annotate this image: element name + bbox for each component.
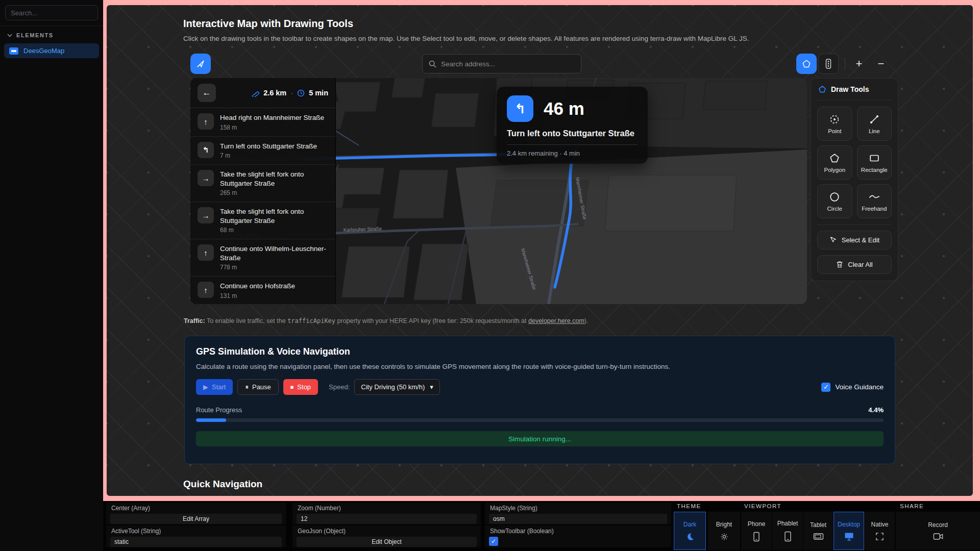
map-view[interactable]: Karlsruher Straße Karlsruher Straße Mann… [190, 78, 807, 304]
tool-label: Freehand [862, 206, 887, 212]
video-camera-icon [933, 533, 943, 540]
polygon-tool-icon [829, 153, 840, 164]
clock-icon [297, 89, 305, 97]
tool-point-button[interactable]: Point [817, 107, 852, 141]
speed-select[interactable]: City Driving (50 km/h) ▾ [354, 379, 440, 395]
address-search-input[interactable] [441, 60, 575, 68]
prop-label: MapStyle (String) [490, 505, 537, 512]
preview-stage: Interactive Map with Drawing Tools Click… [103, 0, 980, 551]
pentagon-icon [818, 85, 826, 93]
here-developer-link[interactable]: developer.here.com [528, 317, 584, 324]
direction-step[interactable]: ↑ Continue onto Hofstraße 131 m [190, 277, 335, 304]
viewport-desktop-label: Desktop [838, 521, 860, 528]
sidebar-item-deesgeomap[interactable]: DeesGeoMap [4, 43, 99, 58]
back-button[interactable]: ← [198, 84, 216, 102]
prop-label: ActiveTool (String) [111, 528, 161, 535]
address-search-box [422, 54, 581, 73]
direction-text: Turn left onto Stuttgarter Straße [220, 142, 317, 151]
point-tool-icon [829, 114, 840, 125]
tool-freehand-button[interactable]: Freehand [857, 184, 892, 218]
direction-distance: 131 m [220, 292, 295, 299]
map-component-icon [9, 47, 18, 55]
viewport-section-label: VIEWPORT [744, 503, 781, 509]
edit-object-button[interactable]: Edit Object [297, 537, 477, 547]
play-icon: ▶ [203, 383, 208, 391]
sidebar-section-elements[interactable]: ELEMENTS [0, 26, 103, 42]
theme-bright-button[interactable]: Bright [708, 512, 740, 550]
traffic-note: Traffic: To enable live traffic, set the… [184, 317, 588, 324]
maneuver-turn-left-icon: ↰ [198, 142, 214, 158]
theme-dark-button[interactable]: Dark [674, 512, 706, 550]
draw-tools-toggle-button[interactable] [796, 54, 817, 74]
direction-step[interactable]: ↰ Turn left onto Stuttgarter Straße 7 m [190, 137, 335, 165]
viewport-phone-button[interactable]: Phone [741, 512, 772, 550]
maneuver-straight-icon: ↑ [198, 282, 214, 298]
zoom-in-button[interactable]: + [851, 54, 867, 74]
share-record-button[interactable]: Record [896, 512, 980, 550]
mapstyle-input[interactable] [489, 514, 667, 524]
preview-canvas: Interactive Map with Drawing Tools Click… [107, 5, 973, 496]
prop-geojson: GeoJson (Object) Edit Object [292, 525, 481, 547]
stats-separator: · [290, 89, 293, 97]
activetool-input[interactable] [110, 537, 282, 547]
viewport-native-button[interactable]: Native [865, 512, 895, 550]
prop-showtoolbar: ShowToolbar (Boolean) ✓ [485, 525, 671, 547]
route-distance: 2.6 km [263, 89, 286, 97]
maneuver-straight-icon: ↑ [198, 244, 214, 261]
simulation-status: Simulation running... [196, 431, 884, 446]
prop-center: Center (Array) Edit Array [106, 503, 286, 524]
directions-header: ← 2.6 km · 5 min [190, 78, 335, 108]
theme-dark-label: Dark [683, 521, 696, 528]
theme-section-label: THEME [677, 503, 701, 509]
viewport-tablet-button[interactable]: Tablet [803, 512, 833, 550]
direction-step[interactable]: → Take the slight left fork onto Stuttga… [190, 165, 335, 202]
viewport-desktop-button[interactable]: Desktop [834, 512, 864, 550]
direction-step[interactable]: → Take the slight left fork onto Stuttga… [190, 202, 335, 239]
direction-text: Continue onto Wilhelm-Leuschner-Straße [220, 244, 328, 262]
left-sidebar: ELEMENTS DeesGeoMap [0, 0, 103, 551]
sidebar-search-input[interactable] [5, 5, 98, 20]
edit-array-button[interactable]: Edit Array [110, 514, 282, 524]
clear-all-button[interactable]: Clear All [817, 255, 892, 274]
voice-guidance-checkbox[interactable]: ✓ [821, 383, 830, 392]
locate-button[interactable] [190, 54, 211, 74]
traffic-label: Traffic: [184, 317, 205, 324]
showtoolbar-checkbox[interactable]: ✓ [489, 537, 498, 546]
speed-value: City Driving (50 km/h) [361, 383, 425, 391]
page-subtitle: Click on the drawing tools in the toolba… [183, 35, 908, 42]
pause-icon: ⏸ [245, 383, 249, 391]
sidebar-item-label: DeesGeoMap [23, 47, 64, 55]
stop-button[interactable]: ⏹ Stop [283, 379, 318, 395]
prop-activetool: ActiveTool (String) [106, 525, 286, 547]
moon-icon [685, 532, 695, 541]
zoom-input[interactable] [297, 514, 477, 524]
freehand-tool-icon [868, 191, 880, 203]
stop-icon: ⏹ [290, 383, 294, 391]
zoom-out-button[interactable]: − [873, 54, 889, 74]
card-divider [507, 144, 638, 145]
draw-tools-header: Draw Tools [817, 79, 892, 101]
maneuver-fork-icon: → [198, 207, 214, 223]
pause-button[interactable]: ⏸ Pause [237, 379, 278, 395]
tool-line-button[interactable]: Line [857, 107, 892, 141]
direction-step[interactable]: ↑ Head right on Mannheimer Straße 158 m [190, 108, 335, 137]
tool-rectangle-button[interactable]: Rectangle [857, 145, 892, 180]
voice-guidance-label: Voice Guidance [835, 383, 884, 391]
start-button[interactable]: ▶ Start [196, 379, 233, 395]
direction-distance: 158 m [220, 124, 324, 131]
pause-label: Pause [252, 383, 271, 391]
tool-circle-button[interactable]: Circle [817, 184, 852, 218]
direction-distance: 68 m [220, 227, 328, 234]
turn-left-icon: ↰ [507, 95, 533, 122]
tool-polygon-button[interactable]: Polygon [817, 145, 852, 180]
viewport-native-label: Native [871, 521, 888, 528]
route-progress-fill [196, 418, 226, 422]
direction-step[interactable]: ↑ Continue onto Wilhelm-Leuschner-Straße… [190, 239, 335, 277]
traffic-toggle-button[interactable] [818, 54, 839, 74]
prop-label: ShowToolbar (Boolean) [490, 528, 554, 535]
select-edit-button[interactable]: Select & Edit [817, 231, 892, 249]
props-panel: Center (Array) Edit Array Zoom (Number) … [103, 501, 980, 551]
gps-simulation-card: GPS Simulation & Voice Navigation Calcul… [184, 336, 895, 464]
viewport-phablet-button[interactable]: Phablet [772, 512, 803, 550]
phone-icon [753, 532, 760, 542]
